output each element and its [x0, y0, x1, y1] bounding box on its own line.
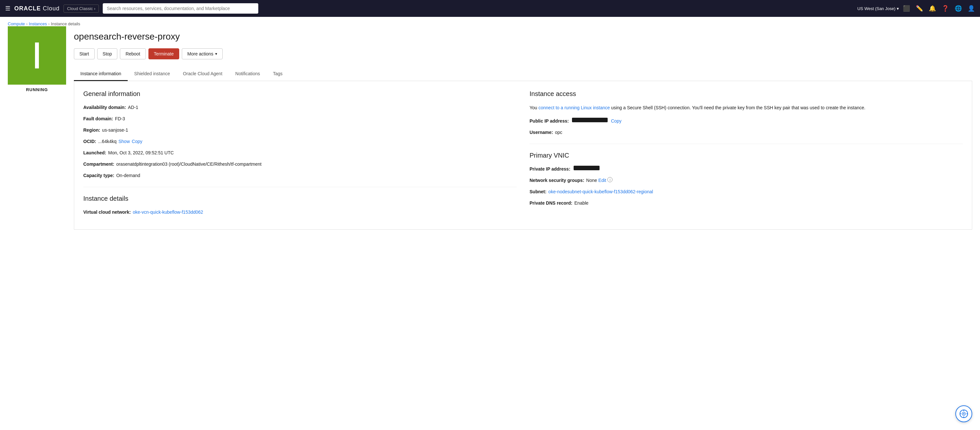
vcn-row: Virtual cloud network: oke-vcn-quick-kub… — [83, 209, 517, 216]
ocid-label: OCID: — [83, 138, 96, 145]
nsg-edit-link[interactable]: Edit — [598, 177, 606, 184]
action-bar: Start Stop Reboot Terminate More actions… — [74, 48, 972, 59]
private-ip-redacted — [574, 166, 600, 170]
nav-icons: ⬛ ✏️ 🔔 ❓ 🌐 👤 — [903, 5, 975, 12]
breadcrumb-compute[interactable]: Compute — [8, 21, 25, 26]
stop-button[interactable]: Stop — [97, 48, 118, 59]
tab-content: General information Availability domain:… — [74, 81, 972, 229]
tab-shielded-instance[interactable]: Shielded instance — [128, 67, 177, 81]
launched-label: Launched: — [83, 150, 106, 156]
more-actions-button[interactable]: More actions ▾ — [182, 48, 223, 59]
ocid-show-link[interactable]: Show — [119, 138, 130, 145]
dns-label: Private DNS record: — [530, 200, 572, 207]
col-right: Instance access You connect to a running… — [530, 90, 963, 220]
breadcrumb-instances[interactable]: Instances — [29, 21, 47, 26]
edit-icon[interactable]: ✏️ — [916, 5, 923, 12]
region-selector[interactable]: US West (San Jose) ▾ — [857, 6, 899, 11]
nsg-value: None — [586, 177, 597, 184]
start-button[interactable]: Start — [74, 48, 95, 59]
oracle-logo: ORACLE Cloud — [14, 5, 60, 12]
cloud-classic-button[interactable]: Cloud Classic › — [64, 5, 99, 13]
region-label: Region: — [83, 127, 100, 134]
availability-domain-label: Availability domain: — [83, 104, 126, 111]
compartment-row: Compartment: orasenatdpltintegration03 (… — [83, 161, 517, 168]
instance-status: RUNNING — [26, 87, 48, 92]
tab-notifications[interactable]: Notifications — [229, 67, 266, 81]
content-area: opensearch-reverse-proxy Start Stop Rebo… — [74, 26, 972, 229]
two-col-layout: General information Availability domain:… — [83, 90, 963, 220]
vcn-label: Virtual cloud network: — [83, 209, 131, 216]
section-divider — [83, 187, 517, 187]
tab-instance-information[interactable]: Instance information — [74, 67, 128, 81]
region-row: Region: us-sanjose-1 — [83, 127, 517, 134]
info-icon[interactable]: i — [607, 177, 612, 182]
username-value: opc — [555, 129, 562, 136]
compartment-label: Compartment: — [83, 161, 115, 168]
public-ip-copy-link[interactable]: Copy — [611, 118, 622, 124]
hamburger-menu[interactable]: ☰ — [5, 5, 10, 12]
availability-domain-row: Availability domain: AD-1 — [83, 104, 517, 111]
tab-bar: Instance information Shielded instance O… — [74, 67, 972, 81]
dns-row: Private DNS record: Enable — [530, 200, 963, 207]
instance-access-description: You connect to a running Linux instance … — [530, 104, 963, 111]
primary-vnic-title: Primary VNIC — [530, 152, 963, 159]
instance-panel: RUNNING — [8, 26, 66, 92]
fault-domain-label: Fault domain: — [83, 115, 113, 122]
top-navigation: ☰ ORACLE Cloud Cloud Classic › US West (… — [0, 0, 980, 17]
breadcrumb-current: Instance details — [51, 21, 80, 26]
capacity-type-value: On-demand — [116, 172, 140, 179]
public-ip-redacted — [572, 118, 608, 122]
availability-domain-value: AD-1 — [128, 104, 138, 111]
private-ip-label: Private IP address: — [530, 166, 570, 172]
compartment-value: orasenatdpltintegration03 (root)/CloudNa… — [116, 161, 261, 168]
instance-access-title: Instance access — [530, 90, 963, 98]
tab-oracle-cloud-agent[interactable]: Oracle Cloud Agent — [177, 67, 229, 81]
terminate-button[interactable]: Terminate — [148, 48, 179, 59]
nsg-row: Network security groups: None Edit i — [530, 177, 963, 184]
page-title: opensearch-reverse-proxy — [74, 32, 972, 42]
ocid-row: OCID: ...64k4kq Show Copy — [83, 138, 517, 145]
capacity-type-row: Capacity type: On-demand — [83, 172, 517, 179]
launched-value: Mon, Oct 3, 2022, 09:52:51 UTC — [108, 150, 174, 156]
private-ip-row: Private IP address: — [530, 166, 963, 172]
ocid-copy-link[interactable]: Copy — [132, 138, 143, 145]
subnet-link[interactable]: oke-nodesubnet-quick-kubeflow-f153dd062-… — [548, 188, 653, 195]
col-left: General information Availability domain:… — [83, 90, 517, 220]
chevron-down-icon: ▾ — [897, 6, 899, 11]
public-ip-row: Public IP address: Copy — [530, 118, 963, 124]
more-actions-label: More actions — [187, 51, 213, 56]
tab-tags[interactable]: Tags — [266, 67, 289, 81]
instance-access-description-suffix: using a Secure Shell (SSH) connection. Y… — [611, 105, 865, 110]
help-widget[interactable] — [955, 405, 972, 422]
help-icon[interactable]: ❓ — [942, 5, 949, 12]
chevron-down-icon: ▾ — [215, 51, 217, 56]
search-input[interactable] — [103, 3, 258, 14]
notification-icon[interactable]: 🔔 — [929, 5, 936, 12]
terminal-icon[interactable]: ⬛ — [903, 5, 910, 12]
ocid-value: ...64k4kq — [98, 138, 117, 145]
nsg-label: Network security groups: — [530, 177, 584, 184]
reboot-button[interactable]: Reboot — [120, 48, 145, 59]
fault-domain-value: FD-3 — [115, 115, 125, 122]
breadcrumb: Compute › Instances › Instance details — [0, 17, 980, 26]
username-row: Username: opc — [530, 129, 963, 136]
subnet-label: Subnet: — [530, 188, 546, 195]
page-body: RUNNING opensearch-reverse-proxy Start S… — [0, 26, 980, 237]
user-icon[interactable]: 👤 — [968, 5, 975, 12]
instance-details-title: Instance details — [83, 195, 517, 202]
instance-image — [8, 26, 66, 84]
globe-icon[interactable]: 🌐 — [955, 5, 962, 12]
public-ip-label: Public IP address: — [530, 118, 569, 124]
username-label: Username: — [530, 129, 553, 136]
launched-row: Launched: Mon, Oct 3, 2022, 09:52:51 UTC — [83, 150, 517, 156]
dns-value: Enable — [574, 200, 589, 207]
svg-point-6 — [963, 413, 964, 414]
help-widget-icon — [959, 409, 968, 418]
connect-linux-link[interactable]: connect to a running Linux instance — [539, 105, 610, 110]
main-content: Compute › Instances › Instance details R… — [0, 17, 980, 430]
general-information-title: General information — [83, 90, 517, 98]
region-value: us-sanjose-1 — [102, 127, 128, 134]
vcn-link[interactable]: oke-vcn-quick-kubeflow-f153dd062 — [133, 209, 203, 216]
capacity-type-label: Capacity type: — [83, 172, 115, 179]
fault-domain-row: Fault domain: FD-3 — [83, 115, 517, 122]
